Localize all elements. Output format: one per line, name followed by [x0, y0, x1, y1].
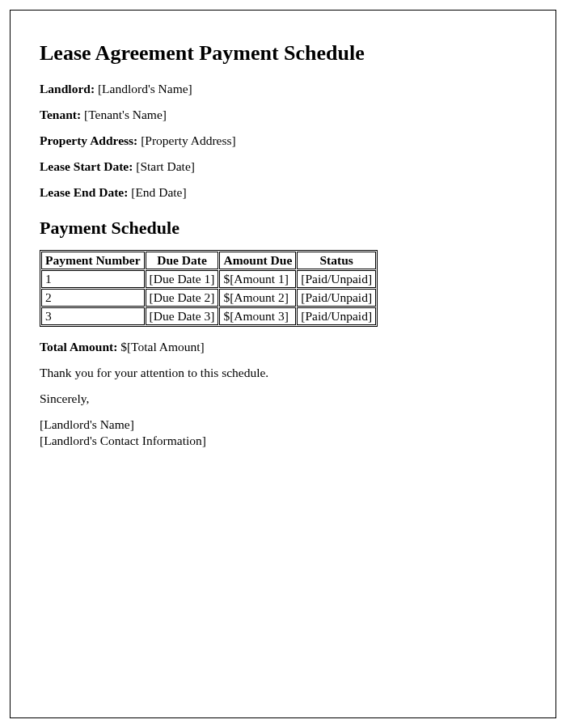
start-date-line: Lease Start Date: [Start Date]	[40, 159, 526, 174]
cell-payment-number: 1	[41, 270, 145, 288]
cell-payment-number: 2	[41, 289, 145, 307]
cell-due-date: [Due Date 3]	[146, 307, 219, 325]
end-date-line: Lease End Date: [End Date]	[40, 185, 526, 200]
col-payment-number: Payment Number	[41, 252, 145, 269]
payment-table: Payment Number Due Date Amount Due Statu…	[40, 250, 378, 327]
tenant-line: Tenant: [Tenant's Name]	[40, 108, 526, 122]
thank-you-text: Thank you for your attention to this sch…	[40, 366, 526, 380]
landlord-value: [Landlord's Name]	[98, 82, 192, 95]
table-header-row: Payment Number Due Date Amount Due Statu…	[41, 252, 376, 269]
cell-status: [Paid/Unpaid]	[297, 289, 376, 307]
tenant-value: [Tenant's Name]	[84, 108, 167, 121]
schedule-heading: Payment Schedule	[40, 218, 526, 239]
signature-name: [Landlord's Name]	[40, 417, 526, 432]
document-page: Lease Agreement Payment Schedule Landlor…	[10, 10, 556, 718]
end-date-label: Lease End Date:	[40, 185, 128, 199]
total-line: Total Amount: $[Total Amount]	[40, 340, 526, 354]
table-row: 1 [Due Date 1] $[Amount 1] [Paid/Unpaid]	[41, 270, 376, 288]
cell-status: [Paid/Unpaid]	[297, 270, 376, 288]
col-status: Status	[297, 252, 376, 269]
total-label: Total Amount:	[40, 340, 117, 353]
cell-due-date: [Due Date 2]	[146, 289, 219, 307]
start-date-value: [Start Date]	[136, 159, 195, 173]
signature-contact: [Landlord's Contact Information]	[40, 434, 526, 448]
page-title: Lease Agreement Payment Schedule	[40, 41, 526, 66]
col-due-date: Due Date	[146, 252, 219, 269]
cell-due-date: [Due Date 1]	[146, 270, 219, 288]
cell-amount-due: $[Amount 1]	[219, 270, 296, 288]
end-date-value: [End Date]	[131, 185, 186, 199]
sign-off: Sincerely,	[40, 392, 526, 406]
cell-amount-due: $[Amount 3]	[219, 307, 296, 325]
cell-amount-due: $[Amount 2]	[219, 289, 296, 307]
table-row: 3 [Due Date 3] $[Amount 3] [Paid/Unpaid]	[41, 307, 376, 325]
address-line: Property Address: [Property Address]	[40, 133, 526, 148]
table-row: 2 [Due Date 2] $[Amount 2] [Paid/Unpaid]	[41, 289, 376, 307]
cell-payment-number: 3	[41, 307, 145, 325]
landlord-line: Landlord: [Landlord's Name]	[40, 82, 526, 96]
tenant-label: Tenant:	[40, 108, 81, 121]
address-value: [Property Address]	[141, 133, 236, 147]
address-label: Property Address:	[40, 133, 137, 147]
cell-status: [Paid/Unpaid]	[297, 307, 376, 325]
start-date-label: Lease Start Date:	[40, 159, 133, 173]
total-value: $[Total Amount]	[120, 340, 205, 353]
col-amount-due: Amount Due	[219, 252, 296, 269]
landlord-label: Landlord:	[40, 82, 95, 95]
